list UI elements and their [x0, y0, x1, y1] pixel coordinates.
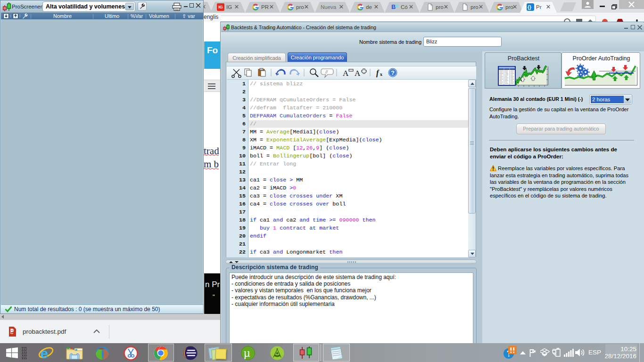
svg-text:f: f — [376, 69, 380, 77]
svg-text:A: A — [343, 69, 349, 78]
svg-text:?: ? — [391, 69, 395, 76]
svg-text:x: x — [380, 72, 382, 77]
svg-text:e: e — [41, 346, 49, 361]
svg-text:{}: {} — [528, 5, 531, 10]
svg-text:µ: µ — [244, 346, 250, 359]
svg-text:A: A — [355, 69, 361, 78]
